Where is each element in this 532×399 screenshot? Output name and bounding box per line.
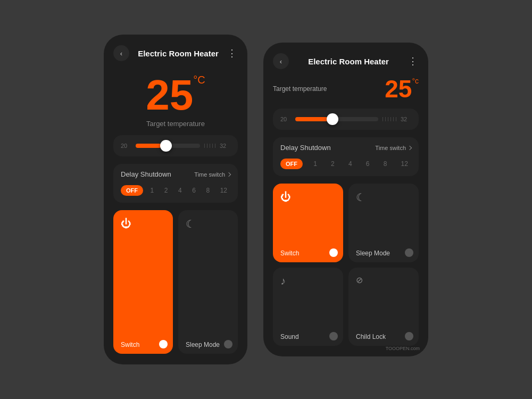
left-back-button[interactable]: ‹ [113, 45, 129, 61]
right-sound-tile[interactable]: ♪ Sound [273, 268, 343, 346]
r-tick5 [393, 117, 394, 121]
right-sleep-toggle[interactable] [405, 248, 413, 257]
left-slider-section: 20 32 [113, 135, 238, 156]
left-sleep-icon: ☾ [186, 218, 230, 230]
right-slider-max: 32 [401, 116, 411, 122]
r-tick1 [383, 117, 383, 121]
right-sound-label: Sound [280, 333, 336, 340]
right-time-option-2[interactable]: 2 [328, 158, 338, 170]
right-time-option-6[interactable]: 6 [363, 158, 373, 170]
right-childlock-toggle[interactable] [405, 332, 413, 340]
left-switch-tile[interactable]: ⏻ Switch [113, 210, 173, 354]
right-time-option-1[interactable]: 1 [310, 158, 320, 170]
right-controls-grid: ⏻ Switch ☾ Sleep Mode ♪ Sound ⊘ Child Lo… [273, 184, 419, 346]
right-chevron-icon [408, 145, 412, 149]
r-tick2 [385, 117, 386, 121]
r-tick3 [388, 117, 388, 121]
left-time-option-12[interactable]: 12 [217, 185, 230, 196]
left-header: ‹ Electric Room Heater ⋮ [113, 45, 238, 61]
right-time-option-8[interactable]: 8 [380, 158, 390, 170]
right-slider-thumb[interactable] [327, 113, 338, 125]
right-sound-toggle[interactable] [329, 332, 338, 340]
right-more-button[interactable]: ⋮ [408, 55, 419, 67]
left-switch-toggle[interactable] [159, 340, 168, 348]
left-time-option-6[interactable]: 6 [189, 185, 199, 196]
right-time-option-off[interactable]: OFF [280, 159, 303, 169]
right-sleep-label: Sleep Mode [356, 250, 411, 257]
right-slider-fill [295, 117, 328, 121]
right-switch-label: Switch [280, 250, 336, 257]
left-controls-grid: ⏻ Switch ☾ Sleep Mode [113, 210, 238, 354]
right-delay-section: Delay Shutdown Time switch OFF 1 2 4 6 8… [273, 137, 419, 176]
right-temp-unit: °c [412, 77, 419, 85]
left-delay-title: Delay Shutdown [121, 170, 171, 178]
tick5 [215, 144, 215, 148]
left-slider-max: 32 [220, 143, 230, 149]
left-time-option-8[interactable]: 8 [203, 185, 213, 196]
right-delay-header: Delay Shutdown Time switch [280, 144, 411, 152]
r-tick6 [396, 117, 396, 121]
right-switch-icon: ⏻ [280, 191, 336, 203]
tick4 [212, 144, 213, 148]
left-temp-value: 25 [146, 74, 193, 117]
right-time-switch-link[interactable]: Time switch [375, 145, 411, 151]
left-time-option-1[interactable]: 1 [147, 185, 157, 196]
right-temp-row: Target temperature 25°c [273, 77, 419, 101]
right-title: Electric Room Heater [308, 57, 389, 66]
watermark: TOOOPEN.com [386, 346, 420, 351]
left-temp-display: 25°C Target temperature [113, 69, 238, 128]
left-delay-section: Delay Shutdown Time switch OFF 1 2 4 6 8… [113, 164, 238, 203]
tick2 [207, 144, 207, 148]
right-slider-section: 20 32 [273, 109, 419, 130]
left-switch-icon: ⏻ [121, 218, 165, 230]
right-temp-label: Target temperature [273, 85, 327, 93]
right-sound-icon: ♪ [280, 275, 336, 287]
right-back-button[interactable]: ‹ [273, 53, 289, 69]
left-more-button[interactable]: ⋮ [227, 47, 238, 59]
right-childlock-icon: ⊘ [356, 275, 411, 285]
left-sleep-toggle[interactable] [224, 340, 232, 348]
left-slider-thumb[interactable] [160, 140, 172, 152]
left-time-option-2[interactable]: 2 [161, 185, 171, 196]
left-title: Electric Room Heater [138, 49, 219, 58]
left-slider-track[interactable] [136, 144, 200, 148]
tick1 [204, 144, 205, 148]
left-temp-label: Target temperature [113, 120, 238, 128]
right-childlock-label: Child Lock [356, 333, 411, 340]
tick3 [210, 144, 210, 148]
right-phone-card: ‹ Electric Room Heater ⋮ Target temperat… [263, 43, 428, 356]
right-switch-toggle[interactable] [329, 248, 338, 257]
right-temp-value: 25 [385, 77, 412, 101]
left-time-option-off[interactable]: OFF [121, 185, 143, 196]
right-sleep-tile[interactable]: ☾ Sleep Mode [348, 184, 419, 262]
left-time-switch-link[interactable]: Time switch [194, 171, 230, 178]
left-phone-card: ‹ Electric Room Heater ⋮ 25°C Target tem… [104, 35, 247, 364]
left-time-options: OFF 1 2 4 6 8 12 [121, 185, 230, 196]
right-childlock-tile[interactable]: ⊘ Child Lock [348, 268, 419, 346]
r-tick4 [390, 117, 391, 121]
right-slider-min: 20 [280, 116, 291, 122]
right-time-option-12[interactable]: 12 [398, 158, 411, 170]
right-delay-title: Delay Shutdown [280, 144, 331, 152]
right-header: ‹ Electric Room Heater ⋮ [273, 53, 419, 69]
right-time-option-4[interactable]: 4 [345, 158, 355, 170]
left-temp-unit: °C [193, 74, 205, 86]
right-switch-tile[interactable]: ⏻ Switch [273, 184, 343, 262]
right-time-options: OFF 1 2 4 6 8 12 [280, 158, 411, 170]
left-slider-fill [136, 144, 161, 148]
left-delay-header: Delay Shutdown Time switch [121, 170, 230, 178]
left-time-option-4[interactable]: 4 [175, 185, 185, 196]
chevron-right-icon [227, 172, 231, 176]
left-sleep-tile[interactable]: ☾ Sleep Mode [178, 210, 238, 354]
right-sleep-icon: ☾ [356, 191, 411, 204]
left-slider-min: 20 [121, 143, 131, 149]
right-slider-track[interactable] [295, 117, 378, 121]
